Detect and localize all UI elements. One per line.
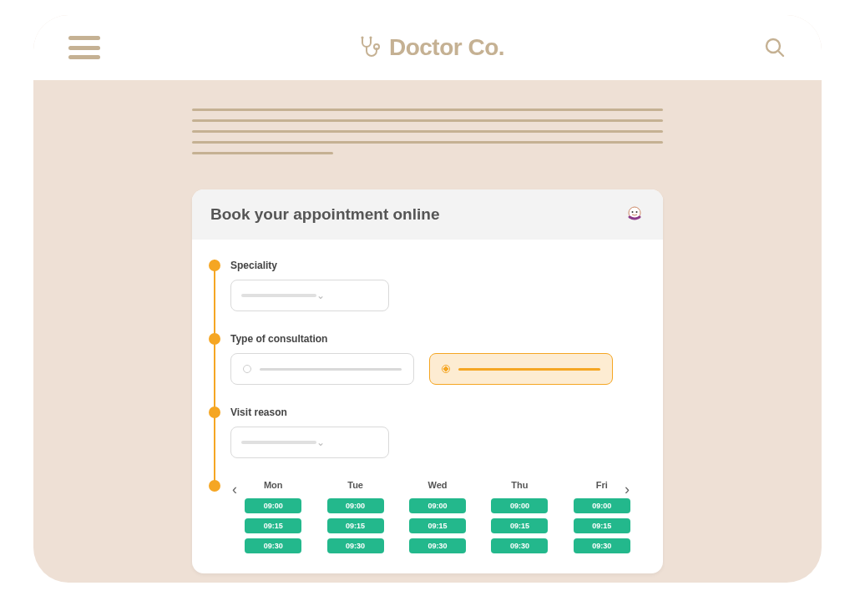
device-frame: Doctor Co. Book your appointment online bbox=[33, 15, 822, 583]
visit-reason-select[interactable]: ⌄ bbox=[230, 427, 389, 458]
page-content: Book your appointment online Speciality bbox=[33, 80, 822, 573]
time-slot[interactable]: 09:15 bbox=[574, 518, 630, 533]
booking-title: Book your appointment online bbox=[210, 205, 439, 224]
booking-header: Book your appointment online bbox=[192, 189, 663, 240]
day-label: Mon bbox=[264, 480, 283, 490]
step-calendar: ‹ › Mon09:0009:1509:30Tue09:0009:1509:30… bbox=[192, 480, 663, 553]
time-slot[interactable]: 09:30 bbox=[574, 538, 630, 553]
svg-point-1 bbox=[361, 36, 363, 38]
svg-point-6 bbox=[632, 211, 634, 213]
time-slot[interactable]: 09:30 bbox=[491, 538, 548, 553]
radio-icon bbox=[243, 365, 251, 373]
day-label: Fri bbox=[596, 480, 608, 490]
time-slot[interactable]: 09:00 bbox=[574, 498, 630, 513]
mascot-icon bbox=[625, 204, 645, 225]
consultation-label: Type of consultation bbox=[230, 333, 645, 345]
brand-name: Doctor Co. bbox=[389, 34, 504, 61]
time-slot[interactable]: 09:15 bbox=[245, 518, 301, 533]
visit-label: Visit reason bbox=[230, 406, 645, 418]
time-slot[interactable]: 09:00 bbox=[245, 498, 301, 513]
svg-line-4 bbox=[778, 51, 783, 56]
booking-card: Book your appointment online Speciality bbox=[192, 189, 663, 573]
step-consultation-type: Type of consultation bbox=[192, 333, 663, 406]
time-slot[interactable]: 09:15 bbox=[491, 518, 548, 533]
calendar-column: Mon09:0009:1509:30 bbox=[242, 480, 304, 553]
calendar-column: Tue09:0009:1509:30 bbox=[324, 480, 386, 553]
day-label: Tue bbox=[347, 480, 363, 490]
calendar-column: Thu09:0009:1509:30 bbox=[488, 480, 550, 553]
step-speciality: Speciality ⌄ bbox=[192, 260, 663, 333]
svg-point-0 bbox=[374, 44, 379, 49]
stethoscope-icon bbox=[359, 35, 381, 60]
top-bar: Doctor Co. bbox=[33, 15, 822, 80]
calendar-next-button[interactable]: › bbox=[618, 480, 636, 498]
calendar: ‹ › Mon09:0009:1509:30Tue09:0009:1509:30… bbox=[230, 480, 645, 553]
time-slot[interactable]: 09:00 bbox=[327, 498, 384, 513]
time-slot[interactable]: 09:00 bbox=[491, 498, 548, 513]
search-icon[interactable] bbox=[763, 36, 787, 59]
menu-icon[interactable] bbox=[68, 36, 100, 59]
time-slot[interactable]: 09:00 bbox=[409, 498, 466, 513]
time-slot[interactable]: 09:30 bbox=[245, 538, 301, 553]
consultation-option-2[interactable] bbox=[429, 353, 613, 385]
day-label: Thu bbox=[511, 480, 528, 490]
time-slot[interactable]: 09:15 bbox=[327, 518, 384, 533]
consultation-option-1[interactable] bbox=[230, 353, 414, 385]
calendar-column: Wed09:0009:1509:30 bbox=[407, 480, 468, 553]
radio-icon bbox=[442, 365, 450, 373]
text-placeholder bbox=[192, 109, 663, 154]
booking-body: Speciality ⌄ Type of consultation bbox=[192, 240, 663, 573]
svg-point-2 bbox=[369, 36, 372, 38]
time-slot[interactable]: 09:15 bbox=[409, 518, 466, 533]
time-slot[interactable]: 09:30 bbox=[409, 538, 466, 553]
calendar-prev-button[interactable]: ‹ bbox=[225, 480, 244, 498]
chevron-down-icon: ⌄ bbox=[316, 290, 325, 301]
speciality-select[interactable]: ⌄ bbox=[230, 280, 389, 311]
svg-point-7 bbox=[636, 211, 638, 213]
day-label: Wed bbox=[428, 480, 448, 490]
brand-logo[interactable]: Doctor Co. bbox=[359, 34, 504, 61]
chevron-down-icon: ⌄ bbox=[316, 437, 325, 448]
time-slot[interactable]: 09:30 bbox=[327, 538, 384, 553]
step-visit-reason: Visit reason ⌄ bbox=[192, 406, 663, 480]
speciality-label: Speciality bbox=[230, 260, 645, 271]
